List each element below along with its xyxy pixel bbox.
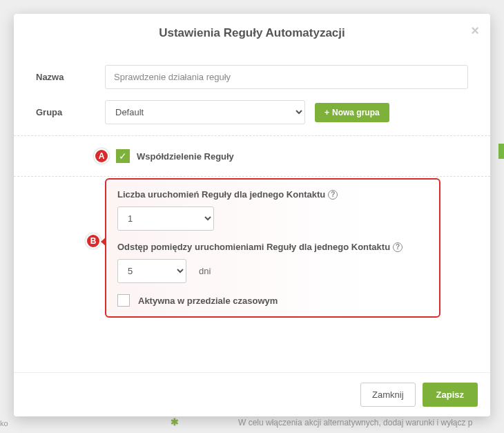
bg-green-strip (498, 144, 504, 159)
bg-bottom-hint: W celu włączenia akcji alternatywnych, d… (238, 418, 472, 427)
asterisk-icon: ✱ (171, 416, 179, 427)
row-share: A ✓ Współdzielenie Reguły (36, 136, 468, 176)
runs-label-row: Liczba uruchomień Reguły dla jednego Kon… (117, 189, 428, 200)
runs-select[interactable]: 1 (117, 206, 214, 231)
interval-unit: dni (199, 266, 211, 276)
highlight-box-b: Liczba uruchomień Reguły dla jednego Kon… (105, 178, 440, 318)
share-label: Współdzielenie Reguły (137, 151, 234, 162)
marker-b-arrow-icon (101, 237, 106, 247)
group-select[interactable]: Default (105, 100, 305, 124)
rule-name-input[interactable] (105, 65, 468, 89)
settings-modal: Ustawienia Reguły Automatyzacji × Nazwa … (14, 14, 490, 416)
label-group: Grupa (36, 107, 105, 117)
row-name: Nazwa (36, 65, 468, 89)
active-range-label: Aktywna w przedziale czasowym (138, 296, 278, 306)
runs-label: Liczba uruchomień Reguły dla jednego Kon… (117, 189, 325, 200)
active-range-checkbox[interactable] (117, 294, 130, 307)
modal-body: Nazwa Grupa Default + Nowa grupa A ✓ Wsp… (14, 58, 490, 372)
close-button[interactable]: Zamknij (360, 383, 416, 407)
interval-label-row: Odstęp pomiędzy uruchomieniami Reguły dl… (117, 242, 428, 252)
close-icon[interactable]: × (471, 23, 479, 37)
marker-a: A (94, 148, 109, 164)
section-b-wrap: B Liczba uruchomień Reguły dla jednego K… (36, 177, 468, 345)
marker-b: B (86, 233, 101, 249)
new-group-label: Nowa grupa (332, 108, 380, 117)
active-range-row: Aktywna w przedziale czasowym (117, 294, 428, 307)
modal-title: Ustawienia Reguły Automatyzacji (28, 26, 476, 40)
interval-select[interactable]: 5 (117, 259, 186, 283)
interval-row: 5 dni (117, 259, 428, 283)
share-checkbox[interactable]: ✓ (116, 149, 130, 163)
interval-label: Odstęp pomiędzy uruchomieniami Reguły dl… (117, 242, 390, 252)
modal-footer: Zamknij Zapisz (14, 372, 490, 416)
plus-icon: + (324, 108, 329, 117)
new-group-button[interactable]: + Nowa grupa (315, 103, 389, 122)
modal-header: Ustawienia Reguły Automatyzacji × (14, 14, 490, 58)
row-group: Grupa Default + Nowa grupa (36, 100, 468, 124)
help-icon[interactable]: ? (328, 190, 338, 200)
save-button[interactable]: Zapisz (423, 383, 478, 407)
check-icon: ✓ (119, 151, 127, 162)
bg-left-fragment: ko (0, 419, 8, 427)
help-icon[interactable]: ? (393, 242, 403, 252)
label-name: Nazwa (36, 72, 105, 82)
